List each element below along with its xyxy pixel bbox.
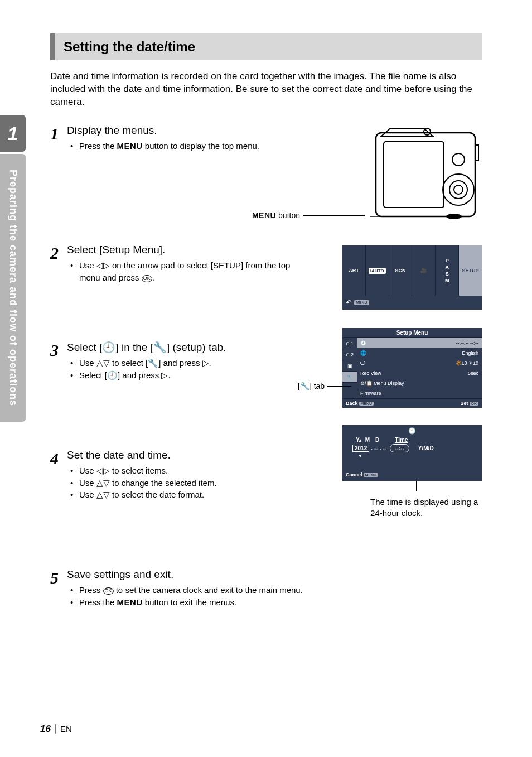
- setup-footer-back: BackMENU: [346, 401, 374, 406]
- step-1-title: Display the menus.: [67, 124, 312, 137]
- top-menu-screenshot: ART iAUTO SCN 🎥 P A S M SETUP ↶ MENU: [342, 245, 482, 310]
- ok-button-icon: OK: [103, 587, 114, 595]
- t: ] in the [: [115, 341, 153, 353]
- step-2-title: Select [Setup Menu].: [67, 244, 312, 256]
- right-arrow-icon: ▷: [161, 370, 168, 380]
- t: to select the date format.: [110, 490, 204, 499]
- t: --: [395, 445, 399, 451]
- intro-paragraph: Date and time information is recorded on…: [50, 70, 482, 109]
- t: on the arrow pad to select [SETUP] from …: [79, 261, 290, 282]
- t: to set the camera clock and exit to the …: [114, 585, 303, 595]
- t: ⚙/📋 Menu Display: [360, 380, 404, 386]
- t: 5sec: [468, 370, 478, 376]
- setup-tab-1: 🗀1: [342, 338, 357, 349]
- t: Press: [79, 585, 103, 595]
- page-footer: 16EN: [40, 724, 72, 735]
- dt-cancel-label: Cancel: [346, 472, 362, 478]
- dt-fields: ▲ 2012 . -- . -- --:-- Y/M/D ▼: [342, 443, 482, 456]
- down-arrow-icon: ▽: [103, 490, 110, 499]
- svg-point-8: [446, 214, 462, 219]
- dt-label-time: Time: [395, 437, 408, 443]
- page-number: 16: [40, 724, 51, 734]
- t: ] tab: [309, 382, 325, 390]
- t: .: [378, 445, 383, 451]
- topmenu-iauto: iAUTO: [366, 245, 389, 296]
- t: P: [446, 258, 449, 263]
- setup-footer-set: SetOK: [460, 401, 478, 406]
- t: ] and press: [118, 370, 161, 380]
- step-5-number: 5: [50, 568, 67, 586]
- step-1-number: 1: [50, 124, 67, 142]
- setup-tab-3: ▣: [342, 360, 357, 372]
- page-language: EN: [55, 724, 72, 734]
- camera-illustration: [370, 123, 482, 224]
- right-arrow-icon: ▷: [103, 261, 110, 270]
- right-arrow-icon: ▷: [103, 466, 110, 475]
- svg-rect-7: [475, 145, 478, 161]
- step-3-number: 3: [50, 341, 67, 359]
- callout-leader-line: [416, 481, 417, 491]
- t: button to exit the menus.: [143, 597, 236, 607]
- step-3-bullet-2: Select [🕘] and press ▷.: [79, 369, 312, 382]
- step-5-bullet-1: Press OK to set the camera clock and exi…: [79, 584, 457, 596]
- t: Use: [79, 478, 96, 488]
- ok-button-icon: OK: [142, 275, 152, 282]
- svg-point-3: [452, 153, 465, 166]
- setup-menu-screenshot: Setup Menu 🗀1 🗀2 ▣ 🔧 🕘--.--.-- --:-- 🌐En…: [342, 328, 482, 408]
- menu-word: MENU: [117, 141, 143, 151]
- up-arrow-icon: △: [96, 478, 103, 488]
- setup-row-recview: Rec View5sec: [357, 368, 482, 378]
- setup-menu-screenshot-wrap: [🔧] tab Setup Menu 🗀1 🗀2 ▣ 🔧 🕘--.--.-- -…: [331, 328, 482, 408]
- t: Set: [460, 401, 468, 406]
- dt-title-icon: 🕘: [342, 425, 482, 437]
- datetime-screenshot-wrap: 🕘 Y M D Time ▲ 2012 . -- . -- --:-- Y/M/…: [342, 425, 482, 518]
- clock-icon: 🕘: [107, 370, 118, 380]
- t: .: [168, 370, 170, 380]
- setup-menu-title: Setup Menu: [342, 328, 482, 338]
- t: Rec View: [360, 370, 381, 376]
- chapter-number-badge: 1: [0, 115, 26, 152]
- step-2-bullet-1: Use ◁▷ on the arrow pad to select [SETUP…: [79, 259, 312, 284]
- t: Use: [79, 490, 96, 499]
- t: --: [400, 445, 404, 451]
- svg-point-4: [443, 174, 474, 205]
- chapter-side-tab: 1 Preparing the camera and flow of opera…: [0, 115, 26, 427]
- setup-tab-wrench-selected: 🔧: [342, 372, 357, 383]
- t: English: [462, 350, 478, 356]
- step-3-bullet-1: Use △▽ to select [🔧] and press ▷.: [79, 357, 312, 369]
- dt-time-highlight-oval: --:--: [390, 444, 409, 452]
- up-arrow-icon: △: [96, 358, 103, 368]
- t: S: [446, 271, 449, 277]
- t: Use: [79, 466, 96, 475]
- topmenu-movie: 🎥: [412, 245, 436, 296]
- t: to change the selected item.: [110, 478, 217, 488]
- setup-row-language: 🌐English: [357, 348, 482, 358]
- t: Firmware: [360, 390, 381, 396]
- menu-word-callout: MENU: [252, 211, 276, 220]
- dt-year-selected: 2012: [352, 445, 369, 452]
- dt-format: Y/M/D: [418, 445, 434, 451]
- step-5-title: Save settings and exit.: [67, 568, 457, 581]
- setup-tab-callout: [🔧] tab: [298, 382, 351, 390]
- t: ] and press: [158, 358, 202, 368]
- dt-day: --: [383, 445, 386, 451]
- step-5-bullet-2: Press the MENU button to exit the menus.: [79, 596, 457, 609]
- wrench-icon: 🔧: [300, 382, 309, 390]
- callout-leader-line: [303, 215, 365, 216]
- step-1-bullet-1: Press the MENU button to display the top…: [79, 140, 312, 152]
- menu-chip: MENU: [354, 300, 369, 305]
- t: 🕘: [360, 340, 366, 346]
- t: Select [: [79, 370, 107, 380]
- clock-icon: 🕘: [102, 341, 115, 353]
- svg-point-6: [454, 185, 463, 194]
- t: Select [: [67, 341, 102, 353]
- t: --.--.-- --:--: [456, 340, 478, 346]
- back-icon: ↶: [346, 298, 352, 307]
- setup-row-firmware: Firmware: [357, 388, 482, 398]
- t: 🔅±0 ☀±0: [456, 360, 478, 366]
- section-heading: Setting the date/time: [64, 39, 473, 55]
- t: .: [209, 358, 211, 368]
- down-arrow-icon: ▽: [103, 358, 110, 368]
- topmenu-art: ART: [342, 245, 366, 296]
- topmenu-setup-selected: SETUP: [459, 245, 482, 296]
